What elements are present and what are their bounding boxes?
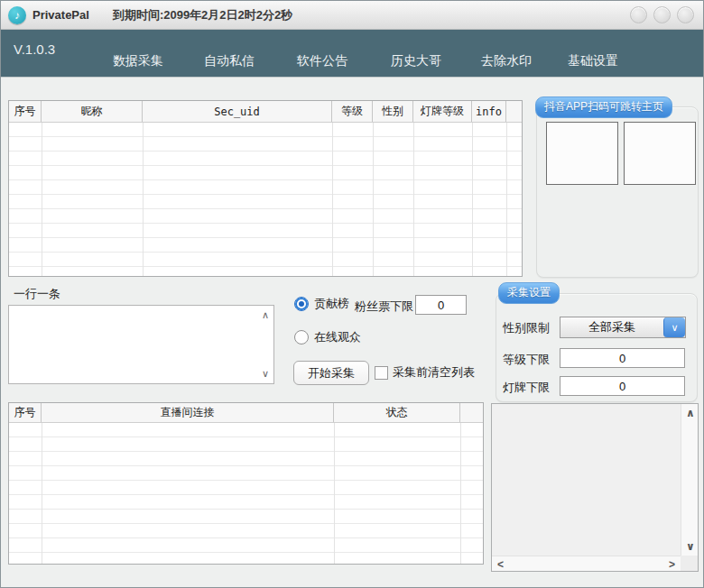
users-table-body[interactable] <box>9 123 522 276</box>
col-sec-uid[interactable]: Sec_uid <box>143 101 332 122</box>
lamp-min-input[interactable] <box>560 376 685 396</box>
close-button[interactable] <box>677 6 694 23</box>
qr-groupbox <box>536 106 699 278</box>
scroll-down-icon[interactable]: ∨ <box>686 541 695 552</box>
col-room-index[interactable]: 序号 <box>9 403 42 422</box>
nav-item-history[interactable]: 历史大哥 <box>391 53 441 69</box>
clear-before-label: 采集前清空列表 <box>393 364 475 381</box>
gender-limit-label: 性别限制 <box>503 320 550 336</box>
nav-item-auto-message[interactable]: 自动私信 <box>204 53 255 69</box>
gender-filter-select[interactable]: 全部采集 ∨ <box>560 317 686 338</box>
version-label: V.1.0.3 <box>14 41 55 57</box>
column-divider <box>472 123 473 276</box>
room-links-textarea[interactable] <box>9 306 273 383</box>
vertical-scrollbar[interactable]: ∧ ∨ <box>681 404 698 556</box>
clear-before-checkbox[interactable] <box>375 366 388 380</box>
scroll-right-icon[interactable]: > <box>669 559 675 570</box>
online-radio-row[interactable]: 在线观众 <box>294 329 361 345</box>
titlebar: ♪ PrivatePal 到期时间:2099年2月2日2时2分2秒 <box>1 1 703 30</box>
gender-filter-value: 全部采集 <box>560 319 663 335</box>
chevron-down-icon[interactable]: ∨ <box>663 317 685 337</box>
contribution-radio-label: 贡献榜 <box>314 296 349 312</box>
col-nickname[interactable]: 昵称 <box>42 101 143 122</box>
column-divider <box>373 123 374 276</box>
level-min-label: 等级下限 <box>503 352 550 368</box>
start-collect-button[interactable]: 开始采集 <box>293 361 369 385</box>
rooms-table: 序号 直播间连接 状态 <box>8 402 484 565</box>
settings-groupbox: 性别限制 全部采集 ∨ 等级下限 灯牌下限 <box>496 293 698 402</box>
main-area: 序号 昵称 Sec_uid 等级 性别 灯牌等级 info 抖音APP扫码可跳转… <box>1 78 703 587</box>
scroll-down-icon[interactable]: ∨ <box>262 369 269 379</box>
users-table-header: 序号 昵称 Sec_uid 等级 性别 灯牌等级 info <box>9 101 522 123</box>
app-logo-icon: ♪ <box>8 6 26 24</box>
online-radio-label: 在线观众 <box>314 329 361 345</box>
fan-ticket-input[interactable] <box>415 295 467 315</box>
maximize-button[interactable] <box>653 6 671 23</box>
col-level[interactable]: 等级 <box>332 101 373 122</box>
nav-item-settings[interactable]: 基础设置 <box>568 53 618 69</box>
app-window: ♪ PrivatePal 到期时间:2099年2月2日2时2分2秒 V.1.0.… <box>0 0 704 588</box>
settings-badge: 采集设置 <box>498 282 560 304</box>
column-divider <box>334 423 335 564</box>
qr-code-placeholder-1 <box>546 122 618 185</box>
users-table: 序号 昵称 Sec_uid 等级 性别 灯牌等级 info <box>8 100 523 277</box>
col-lamp[interactable]: 灯牌等级 <box>413 101 472 122</box>
expiry-text: 到期时间:2099年2月2日2时2分2秒 <box>113 7 292 23</box>
qr-code-placeholder-2 <box>624 122 696 185</box>
column-divider <box>42 423 42 564</box>
log-scroll-panel[interactable]: ∧ ∨ < > <box>491 403 699 572</box>
rooms-table-header: 序号 直播间连接 状态 <box>9 403 483 423</box>
col-room-status[interactable]: 状态 <box>334 403 460 422</box>
column-divider <box>42 123 42 276</box>
col-index[interactable]: 序号 <box>9 101 42 122</box>
online-radio[interactable] <box>294 330 309 345</box>
rooms-table-body[interactable] <box>9 423 483 564</box>
contribution-radio[interactable] <box>294 297 309 311</box>
contribution-radio-row[interactable]: 贡献榜 <box>294 296 349 312</box>
column-divider <box>143 123 144 276</box>
app-title: PrivatePal <box>32 8 89 22</box>
column-divider <box>506 123 507 276</box>
fan-ticket-label: 粉丝票下限 <box>355 299 413 315</box>
music-note-icon: ♪ <box>14 9 20 22</box>
window-controls <box>630 6 694 23</box>
scroll-up-icon[interactable]: ∧ <box>686 408 695 418</box>
level-min-input[interactable] <box>560 348 685 368</box>
col-info[interactable]: info <box>472 101 506 122</box>
nav-item-announcement[interactable]: 软件公告 <box>297 53 347 69</box>
clear-before-check-row[interactable]: 采集前清空列表 <box>375 364 475 381</box>
col-room-link[interactable]: 直播间连接 <box>42 403 334 422</box>
col-gender[interactable]: 性别 <box>373 101 413 122</box>
minimize-button[interactable] <box>630 6 647 23</box>
nav-item-watermark[interactable]: 去除水印 <box>481 53 532 69</box>
column-divider <box>413 123 414 276</box>
column-divider <box>460 423 461 564</box>
horizontal-scrollbar[interactable]: < > <box>492 556 681 571</box>
scroll-up-icon[interactable]: ∧ <box>262 310 269 320</box>
nav-item-data-collect[interactable]: 数据采集 <box>113 53 163 69</box>
room-links-textarea-wrap: ∧ ∨ <box>8 305 274 384</box>
qr-panel-badge: 抖音APP扫码可跳转主页 <box>535 96 672 118</box>
scroll-left-icon[interactable]: < <box>497 559 504 570</box>
navbar: V.1.0.3 数据采集 自动私信 软件公告 历史大哥 去除水印 基础设置 <box>1 30 703 78</box>
scrollbar-corner <box>681 556 698 571</box>
line-hint-label: 一行一条 <box>14 286 60 302</box>
lamp-min-label: 灯牌下限 <box>503 380 550 396</box>
column-divider <box>332 123 333 276</box>
